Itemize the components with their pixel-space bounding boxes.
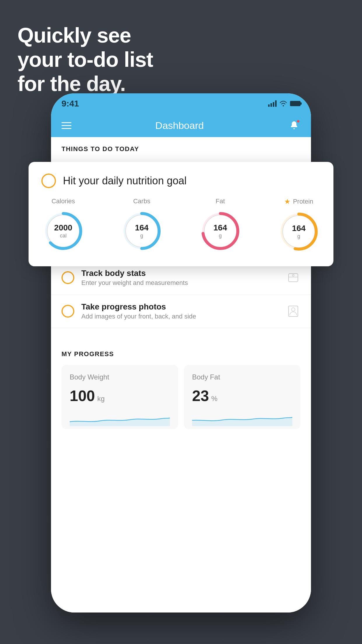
notification-button[interactable] (288, 119, 301, 132)
card-title-row: Hit your daily nutrition goal (41, 174, 321, 188)
hero-text: Quickly see your to-do list for the day. (17, 23, 153, 96)
svg-point-6 (291, 308, 295, 311)
nutrition-circle-check (41, 174, 56, 188)
calories-value: 2000 cal (54, 223, 72, 239)
hamburger-menu[interactable] (61, 122, 71, 129)
todo-circle-progress-photos (61, 305, 74, 318)
nutrition-card-title: Hit your daily nutrition goal (63, 175, 187, 187)
protein-unit: g (292, 233, 306, 240)
nav-title: Dashboard (155, 120, 204, 131)
svg-rect-2 (289, 274, 298, 282)
protein-label-row: ★ Protein (284, 197, 313, 206)
body-fat-number: 23 (192, 387, 209, 405)
notification-dot (296, 120, 300, 123)
calories-ring: 2000 cal (41, 209, 85, 253)
svg-point-4 (292, 274, 294, 276)
todo-item-progress-photos[interactable]: Take progress photos Add images of your … (51, 295, 311, 328)
todo-subtitle-body-stats: Enter your weight and measurements (81, 279, 279, 287)
body-weight-number: 100 (70, 387, 95, 405)
todo-title-body-stats: Track body stats (81, 269, 279, 278)
hero-line1: Quickly see (17, 23, 153, 48)
nutrition-col-protein: ★ Protein 164 g (277, 197, 321, 253)
todo-text-body-stats: Track body stats Enter your weight and m… (81, 269, 279, 287)
fat-ring: 164 g (198, 209, 242, 253)
nutrition-columns: Calories 2000 cal Carbs (41, 197, 321, 253)
person-icon (286, 304, 301, 318)
body-weight-chart (70, 412, 170, 426)
calories-number: 2000 (54, 223, 72, 233)
nutrition-col-fat: Fat 164 g (198, 197, 242, 253)
protein-ring: 164 g (277, 210, 321, 253)
todo-text-progress-photos: Take progress photos Add images of your … (81, 302, 279, 320)
fat-value: 164 g (213, 223, 227, 239)
progress-header: MY PROGRESS (61, 350, 301, 358)
body-weight-unit: kg (97, 395, 105, 403)
nav-bar: Dashboard (51, 114, 311, 137)
body-fat-chart (192, 412, 292, 426)
status-bar: 9:41 (51, 93, 311, 114)
todo-subtitle-progress-photos: Add images of your front, back, and side (81, 313, 279, 320)
body-fat-card: Body Fat 23 % (184, 365, 301, 429)
carbs-ring: 164 g (120, 209, 164, 253)
things-section-header: THINGS TO DO TODAY (51, 137, 311, 158)
carbs-number: 164 (135, 223, 149, 233)
body-weight-value: 100 kg (70, 387, 170, 405)
fat-unit: g (213, 233, 227, 239)
signal-icon (268, 100, 277, 107)
body-fat-unit: % (211, 395, 217, 403)
hero-line2: your to-do list (17, 48, 153, 72)
calories-label: Calories (52, 197, 75, 205)
scale-icon (286, 270, 301, 285)
carbs-label: Carbs (133, 197, 150, 205)
hero-line3: for the day. (17, 72, 153, 96)
body-weight-card: Body Weight 100 kg (61, 365, 178, 429)
status-icons (268, 100, 301, 107)
progress-cards: Body Weight 100 kg Body Fat (61, 365, 301, 429)
carbs-unit: g (135, 233, 149, 239)
todo-title-progress-photos: Take progress photos (81, 302, 279, 312)
nutrition-col-carbs: Carbs 164 g (120, 197, 164, 253)
nutrition-card: Hit your daily nutrition goal Calories 2… (29, 162, 333, 266)
battery-icon (290, 101, 301, 106)
wifi-icon (280, 101, 287, 106)
nutrition-col-calories: Calories 2000 cal (41, 197, 85, 253)
carbs-value: 164 g (135, 223, 149, 239)
protein-label: Protein (293, 198, 313, 205)
calories-unit: cal (54, 233, 72, 239)
body-fat-value: 23 % (192, 387, 292, 405)
protein-number: 164 (292, 223, 306, 233)
protein-value: 164 g (292, 223, 306, 239)
progress-section: MY PROGRESS Body Weight 100 kg (51, 340, 311, 429)
fat-number: 164 (213, 223, 227, 233)
status-time: 9:41 (61, 99, 79, 108)
body-fat-title: Body Fat (192, 373, 292, 381)
fat-label: Fat (216, 197, 225, 205)
todo-circle-body-stats (61, 271, 74, 284)
star-icon: ★ (284, 197, 291, 206)
body-weight-title: Body Weight (70, 373, 170, 381)
